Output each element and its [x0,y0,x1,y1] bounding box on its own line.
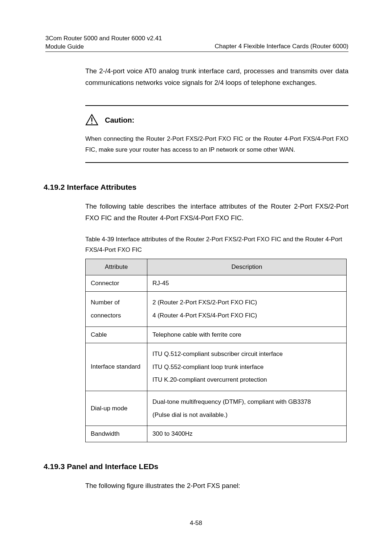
table-row: Connector RJ-45 [86,275,347,292]
section-4-19-3-para: The following figure illustrates the 2-P… [85,480,348,492]
th-attribute: Attribute [86,259,147,275]
caution-body: When connecting the Router 2-Port FXS/2-… [85,134,348,156]
section-4-19-3-heading: 4.19.3 Panel and Interface LEDs [44,462,348,471]
page-number: 4-58 [0,520,392,527]
header-guide: Module Guide [45,43,84,50]
th-description: Description [147,259,347,275]
header-divider [45,52,348,52]
table-row: Number of connectors 2 (Router 2-Port FX… [86,292,347,327]
cell-desc: Telephone cable with ferrite core [147,327,347,343]
cell-desc: 300 to 3400Hz [147,426,347,442]
cell-attr: Interface standard [86,343,147,391]
table-row: Cable Telephone cable with ferrite core [86,327,347,343]
caution-bottom-rule [85,162,348,163]
section-4-19-2-heading: 4.19.2 Interface Attributes [44,183,348,192]
table-row: Dial-up mode Dual-tone multifrequency (D… [86,391,347,426]
cell-desc: RJ-45 [147,275,347,292]
caution-top-rule [85,105,348,106]
header-product: 3Com Router 5000 and Router 6000 v2.41 [45,35,162,42]
svg-point-2 [91,123,92,124]
cell-desc: ITU Q.512-compliant subscriber circuit i… [147,343,347,391]
caution-heading-row: Caution: [85,114,348,127]
cell-desc: Dual-tone multifrequency (DTMF), complia… [147,391,347,426]
table-header-row: Attribute Description [86,259,347,275]
interface-attributes-table: Attribute Description Connector RJ-45 Nu… [85,259,347,442]
cell-desc: 2 (Router 2-Port FXS/2-Port FXO FIC) 4 (… [147,292,347,327]
caution-icon [85,114,98,127]
cell-attr: Number of connectors [86,292,147,327]
table-caption: Table 4-39 Interface attributes of the R… [85,234,348,255]
cell-attr: Connector [86,275,147,292]
caution-label: Caution: [105,116,134,124]
section-4-19-2-para: The following table describes the interf… [85,201,348,224]
intro-paragraph: The 2-/4-port voice AT0 analog trunk int… [85,65,348,89]
cell-attr: Bandwidth [86,426,147,442]
table-row: Interface standard ITU Q.512-compliant s… [86,343,347,391]
table-row: Bandwidth 300 to 3400Hz [86,426,347,442]
header-chapter: Chapter 4 Flexible Interface Cards (Rout… [215,43,348,50]
cell-attr: Cable [86,327,147,343]
cell-attr: Dial-up mode [86,391,147,426]
header-left: 3Com Router 5000 and Router 6000 v2.41 M… [45,34,162,51]
